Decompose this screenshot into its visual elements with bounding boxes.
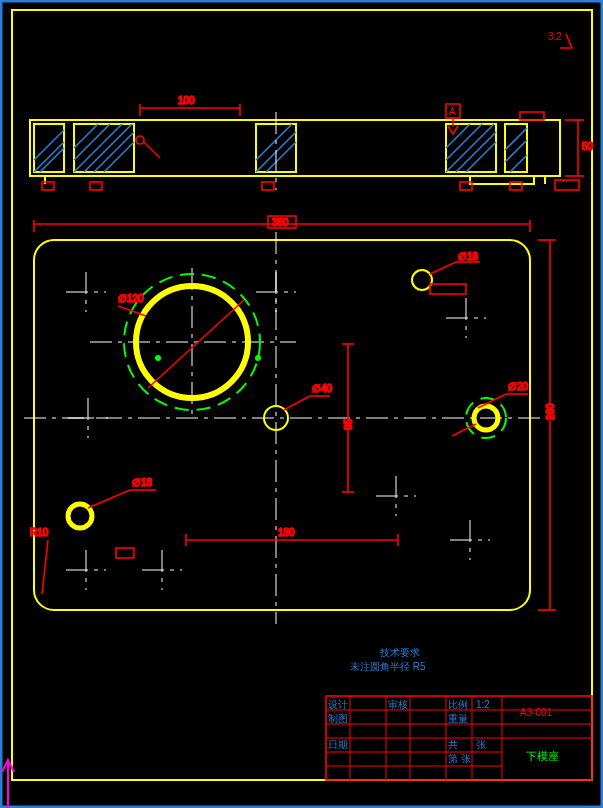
thickness-value: 50 <box>582 141 594 152</box>
plan-height-value: 260 <box>545 403 556 420</box>
svg-rect-106 <box>116 548 134 558</box>
svg-line-105 <box>42 540 48 594</box>
horiz-dim-value: 180 <box>278 527 295 538</box>
lower-left-callout: ∅18 <box>88 477 156 508</box>
tb-row2-0: 日期 <box>328 739 348 750</box>
drawing-name: 下模座 <box>526 750 559 762</box>
svg-line-96 <box>88 490 130 508</box>
svg-line-12 <box>94 132 134 172</box>
svg-line-45 <box>144 142 160 158</box>
surface-finish-icon: 3.2 <box>548 31 572 48</box>
plan-view: 360 260 <box>24 216 556 624</box>
tb-row0-5: 1:2 <box>476 699 490 710</box>
svg-point-78 <box>136 286 248 398</box>
corner-radius-callout: R10 <box>30 527 49 594</box>
svg-rect-5 <box>34 124 64 172</box>
hatch-block-4 <box>446 124 496 172</box>
inner-dim-horiz: 180 <box>186 527 398 546</box>
svg-line-10 <box>74 124 122 172</box>
svg-line-6 <box>34 130 64 160</box>
svg-line-79 <box>148 300 244 388</box>
svg-line-21 <box>446 124 494 172</box>
svg-line-7 <box>34 142 64 172</box>
hatch-block-2 <box>74 124 134 172</box>
note-line-2: 未注圆角半径 R5 <box>350 661 426 672</box>
hatch-block-5 <box>505 124 527 172</box>
hatch-block-1 <box>34 124 64 172</box>
svg-line-92 <box>430 262 456 274</box>
top-hole-callout: ∅18 <box>430 251 480 294</box>
tb-row0-4: 比例 <box>448 699 468 710</box>
small-hole-1: ∅18 <box>458 251 479 262</box>
center-hole-value: ∅40 <box>312 383 333 394</box>
center-hole-callout: ∅40 <box>284 383 333 410</box>
tech-requirements: 技术要求 未注圆角半径 R5 <box>350 647 426 672</box>
tb-row1-4: 重量 <box>448 713 468 724</box>
title-block: A3-001 下模座 设计 审核 比例 1:2 制图 重量 日期 共 张 第 张 <box>326 696 592 780</box>
note-line-1: 技术要求 <box>379 647 420 658</box>
svg-rect-94 <box>430 284 466 294</box>
svg-rect-37 <box>262 182 274 190</box>
svg-line-80 <box>118 306 146 316</box>
tb-row2-4: 共 <box>448 739 458 750</box>
svg-point-91 <box>412 270 432 290</box>
tb-row0-2: 审核 <box>388 699 408 710</box>
svg-rect-48 <box>520 112 544 120</box>
svg-line-15 <box>74 124 98 148</box>
svg-point-82 <box>255 355 261 361</box>
svg-line-8 <box>40 148 64 172</box>
big-hole-value: ∅120 <box>118 293 144 304</box>
drawing-number: A3-001 <box>520 707 553 718</box>
svg-line-22 <box>456 132 496 172</box>
svg-line-28 <box>505 128 527 150</box>
svg-point-44 <box>136 136 144 144</box>
svg-line-88 <box>452 424 476 436</box>
svg-text:∅18: ∅18 <box>132 477 153 488</box>
svg-rect-36 <box>90 182 102 190</box>
svg-rect-49 <box>34 240 530 610</box>
corner-radius-value: R10 <box>30 527 49 538</box>
plan-width-dim: 360 <box>34 216 530 232</box>
svg-line-84 <box>284 396 310 410</box>
cross-marks <box>66 272 490 590</box>
tb-row1-0: 制图 <box>328 713 348 724</box>
tb-row0-0: 设计 <box>328 699 348 710</box>
tb-row2-5: 张 <box>476 739 486 750</box>
section-thickness-dim: 50 <box>565 120 594 176</box>
svg-rect-35 <box>42 182 54 190</box>
svg-point-81 <box>155 355 161 361</box>
outer-border <box>1 1 602 807</box>
section-view: 50 100 A <box>30 95 594 190</box>
section-dim-label: 100 <box>178 95 195 106</box>
datum-label: A <box>449 106 456 117</box>
surface-finish-value: 3.2 <box>548 31 562 42</box>
plan-height-dim: 260 <box>538 240 556 610</box>
plan-width-value: 360 <box>272 217 289 228</box>
section-top-label: 100 <box>140 95 240 116</box>
north-arrow-icon <box>2 760 14 808</box>
cad-drawing-canvas: 3.2 <box>0 0 603 808</box>
svg-rect-40 <box>555 180 579 190</box>
svg-rect-30 <box>470 176 534 184</box>
vert-dim-value: 95 <box>343 418 354 430</box>
small-hole-2: ∅20 <box>508 381 529 392</box>
tb-row2-6: 第 张 <box>448 753 471 764</box>
svg-line-29 <box>510 155 527 172</box>
